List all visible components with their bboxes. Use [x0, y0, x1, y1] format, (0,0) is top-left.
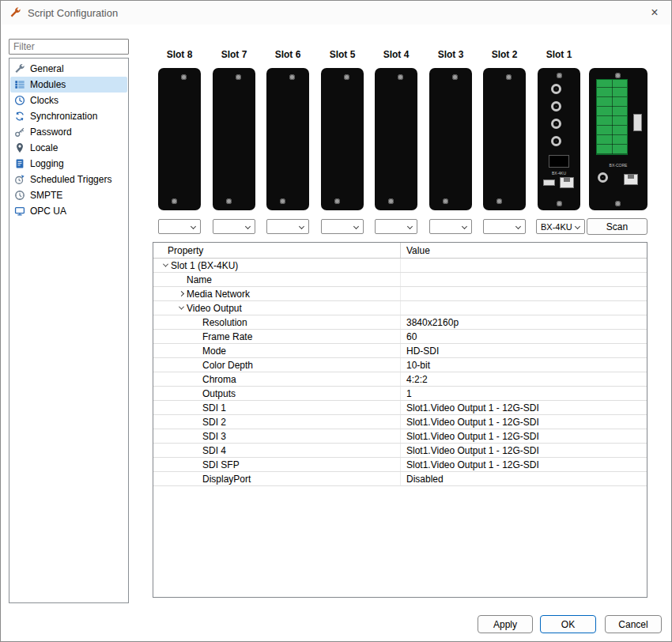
property-row[interactable]: SDI 1Slot1.Video Output 1 - 12G-SDI [153, 401, 647, 415]
close-icon[interactable]: × [644, 3, 665, 22]
sidebar-item-logging[interactable]: Logging [10, 156, 127, 172]
screw [172, 198, 177, 204]
opcua-icon [13, 206, 25, 217]
property-value: Slot1.Video Output 1 - 12G-SDI [401, 401, 539, 414]
property-row[interactable]: ModeHD-SDI [153, 344, 647, 358]
property-row[interactable]: SDI SFPSlot1.Video Output 1 - 12G-SDI [153, 458, 647, 472]
slot-module-dropdown[interactable] [429, 219, 472, 234]
property-row[interactable]: Outputs1 [153, 387, 647, 401]
property-row[interactable]: SDI 3Slot1.Video Output 1 - 12G-SDI [153, 429, 647, 444]
property-name: SDI 3 [202, 431, 226, 442]
wrench-tool-icon [9, 7, 21, 19]
table-header: Property Value [153, 243, 647, 259]
property-name: Frame Rate [202, 331, 252, 342]
cancel-button[interactable]: Cancel [605, 615, 662, 633]
property-row[interactable]: SDI 2Slot1.Video Output 1 - 12G-SDI [153, 415, 647, 429]
slot-module-dropdown[interactable] [266, 219, 309, 234]
sfp-port [549, 155, 569, 168]
sidebar-item-label: Logging [30, 158, 64, 169]
property-row[interactable]: Color Depth10-bit [153, 358, 647, 372]
usb-port [633, 114, 642, 131]
sidebar-item-label: Modules [30, 79, 66, 90]
property-row[interactable]: DisplayPortDisabled [153, 472, 647, 486]
filter-input[interactable] [9, 39, 129, 55]
sidebar-list: GeneralModulesClocksSynchronizationPassw… [9, 58, 129, 603]
screw [388, 198, 394, 204]
slot-module-dropdown[interactable] [321, 219, 364, 234]
sidebar-item-opc-ua[interactable]: OPC UA [10, 203, 127, 219]
sidebar-item-modules[interactable]: Modules [10, 77, 127, 93]
property-row[interactable]: Chroma4:2:2 [153, 372, 647, 387]
property-row[interactable]: Slot 1 (BX-4KU) [153, 259, 647, 273]
property-name: SDI 1 [202, 402, 226, 414]
property-value: Slot1.Video Output 1 - 12G-SDI [401, 444, 539, 457]
slot-label-slot-1: Slot 1 [538, 49, 580, 60]
property-row[interactable]: Name [153, 273, 647, 287]
scan-button[interactable]: Scan [587, 218, 647, 235]
ethernet-port [560, 177, 574, 188]
property-name: SDI 2 [202, 417, 226, 428]
property-row[interactable]: SDI 4Slot1.Video Output 1 - 12G-SDI [153, 444, 647, 458]
clock-icon [13, 95, 25, 107]
sidebar-item-clocks[interactable]: Clocks [10, 93, 127, 108]
bnc-connector [598, 172, 608, 183]
property-name: SDI 4 [202, 445, 226, 456]
screw [452, 74, 458, 80]
sidebar-item-password[interactable]: Password [10, 124, 127, 140]
sync-icon [13, 111, 25, 123]
blank-plate-card [483, 68, 526, 210]
apply-button[interactable]: Apply [478, 615, 533, 633]
property-value [401, 273, 406, 286]
core-card: BX-CORE [589, 68, 647, 210]
blank-plate-card [213, 68, 255, 210]
trigger-icon [13, 174, 25, 186]
property-value: 10-bit [401, 358, 430, 372]
sidebar-item-label: Scheduled Triggers [30, 174, 111, 185]
sidebar-item-smpte[interactable]: SMPTE [10, 187, 127, 203]
slot-module-dropdown[interactable] [158, 219, 201, 234]
sidebar-item-label: OPC UA [30, 206, 66, 217]
chevron-down-icon [299, 224, 304, 229]
screw [615, 73, 621, 78]
slot1-module-dropdown[interactable]: BX-4KU [536, 219, 585, 234]
blank-plate-card [158, 68, 201, 210]
slot-label-slot-8: Slot 8 [158, 49, 201, 60]
ok-button[interactable]: OK [540, 615, 596, 633]
property-value [401, 259, 406, 272]
slot1-module-dropdown-value: BX-4KU [541, 222, 572, 232]
screw [398, 74, 403, 80]
slot-module-dropdown[interactable] [375, 219, 417, 234]
slot-module-dropdown[interactable] [213, 219, 255, 234]
screw [496, 198, 502, 204]
property-row[interactable]: Frame Rate60 [153, 330, 647, 344]
property-name: DisplayPort [202, 474, 251, 485]
chevron-down-icon [462, 224, 467, 229]
screw [344, 74, 349, 80]
sidebar-item-label: Clocks [30, 95, 59, 106]
expander-expanded-icon[interactable] [178, 304, 183, 310]
module-card-label: BX-4KU [538, 171, 580, 176]
bnc-connector [551, 119, 561, 129]
sidebar-item-synchronization[interactable]: Synchronization [10, 108, 127, 124]
table-body: Slot 1 (BX-4KU)NameMedia NetworkVideo Ou… [153, 259, 647, 486]
sidebar-item-general[interactable]: General [10, 61, 127, 77]
property-row[interactable]: Video Output [153, 301, 647, 315]
expander-collapsed-icon[interactable] [178, 291, 183, 296]
sidebar-item-locale[interactable]: Locale [10, 140, 127, 156]
slot-module-dropdown[interactable] [483, 219, 526, 234]
title-bar: Script Configuration × [1, 1, 671, 25]
usb-port [543, 179, 555, 186]
chevron-down-icon [407, 224, 413, 229]
sidebar-item-scheduled-triggers[interactable]: Scheduled Triggers [10, 172, 127, 187]
bnc-connector [551, 136, 561, 146]
property-row[interactable]: Resolution3840x2160p [153, 315, 647, 330]
screw [557, 201, 562, 206]
slot-label-slot-5: Slot 5 [321, 49, 364, 60]
sidebar-item-label: SMPTE [30, 190, 62, 201]
property-table: Property Value Slot 1 (BX-4KU)NameMedia … [153, 242, 647, 598]
property-value: Slot1.Video Output 1 - 12G-SDI [401, 458, 539, 471]
expander-expanded-icon[interactable] [162, 262, 168, 267]
sidebar-item-label: Locale [30, 142, 58, 153]
property-name: Chroma [202, 374, 236, 385]
property-row[interactable]: Media Network [153, 287, 647, 301]
